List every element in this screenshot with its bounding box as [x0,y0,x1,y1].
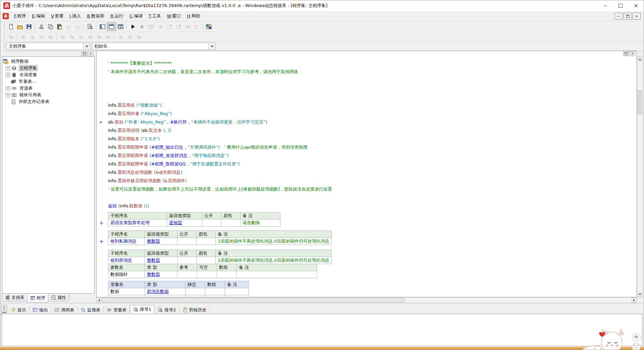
menu-E[interactable]: E.编辑 [29,12,48,20]
table-cell[interactable]: 群消息数据 [145,288,185,295]
tab-搜寻1[interactable]: 搜寻1 [130,305,155,313]
horizontal-scroll-thumb[interactable] [102,298,405,302]
code-line[interactable] [97,76,637,84]
code-line[interactable]: info.置应用名 (“猜数游戏”) [97,101,637,109]
table-cell[interactable] [202,219,221,227]
tree-item-全局变量[interactable]: +全局变量 [5,71,94,78]
method-dropdown-button[interactable] [209,43,215,49]
split-left-button[interactable] [98,22,107,31]
code-line[interactable]: ' 这里可以设置处理函数，如果你用不上可以不用设置，比如我用不上[将被卸载处理函… [97,185,637,193]
table-cell[interactable]: 收到私聊消息 [108,238,145,245]
cut-button[interactable] [37,22,46,31]
table-cell[interactable] [221,219,240,227]
tree-item-资源表[interactable]: +资源表 [5,85,94,92]
editor-close-button[interactable]: × [630,51,635,56]
table-cell[interactable]: 请勿删除 [240,219,280,227]
code-line[interactable] [97,84,637,93]
pane-dock-button[interactable] [82,51,87,56]
menu-H[interactable]: H.帮助 [184,12,203,20]
new-button[interactable] [6,22,15,31]
table-cell[interactable]: 收到群消息 [108,257,145,264]
expand-plus-icon[interactable]: + [6,73,10,77]
menu-W[interactable]: W.窗口 [164,12,184,20]
table-cell[interactable] [237,271,317,278]
tab-剪辑历史[interactable]: 剪辑历史 [179,306,210,313]
tree-item-root[interactable]: 程序数据 [3,58,94,65]
run-button[interactable] [128,22,138,31]
scroll-up-button[interactable] [637,57,642,62]
code-editor[interactable]: ' ********【重要提示】********' 本插件开源并不代表允许二次转… [96,51,637,297]
tab-支持库[interactable]: 支持库 [2,294,28,301]
find-button[interactable] [86,22,95,31]
search-results-area[interactable]: 中 [2,314,642,346]
code-line[interactable]: ' 本插件开源并不代表允许二次转载，甚至是二次发布，本源码仅供学习与参考，请勿用… [97,67,637,76]
method-select[interactable]: 初始化 [92,43,215,50]
vertical-scroll-thumb[interactable] [638,90,642,114]
table-cell[interactable]: 整数型 [145,238,177,245]
table-cell[interactable]: 整数型 [145,257,177,264]
table-cell[interactable]: 逻辑型 [167,219,202,227]
menu-C[interactable]: C.编译 [126,12,146,20]
expand-plus-icon[interactable]: + [6,66,10,70]
code-line[interactable]: ' ********【重要提示】******** [97,59,637,67]
tab-搜寻2[interactable]: 搜寻2 [155,306,179,313]
code-line[interactable]: »sb.添加 (“作者: Abyss_Reg”，#换行符，“本插件不会提供更新，… [97,118,637,126]
code-line[interactable] [97,193,637,202]
menu-B[interactable]: B.数据库 [84,12,107,20]
paste-button[interactable] [55,22,64,31]
tree-item-外部文件记录表[interactable]: 外部文件记录表 [5,98,94,105]
assembly-dropdown-button[interactable] [84,43,90,49]
mdi-close-button[interactable]: × [633,13,641,19]
tree-item-主程序集[interactable]: +主程序集 [5,65,94,71]
scroll-down-button[interactable] [637,292,642,297]
close-button[interactable]: × [628,0,644,11]
menu-F[interactable]: F.程序 [11,12,29,20]
scroll-left-button[interactable] [97,298,102,303]
tab-调用表[interactable]: 调用表 [51,306,77,313]
menu-T[interactable]: T.工具 [146,12,164,20]
expand-plus-icon[interactable]: + [99,220,104,226]
mdi-restore-button[interactable] [624,13,632,19]
table-cell[interactable]: 易语言类型异常处理 [108,219,167,227]
tab-输出[interactable]: 输出 [30,306,51,313]
support-library-button[interactable] [204,22,213,31]
tree-item-常量表[interactable]: 常量表... [5,78,94,85]
cat-face-badge[interactable] [632,343,641,350]
dock-close-button[interactable]: × [1,305,7,310]
maximize-button[interactable] [613,0,628,11]
minimize-button[interactable] [597,0,613,11]
vertical-scrollbar[interactable] [637,56,643,297]
table-cell[interactable] [177,271,197,278]
expand-plus-icon[interactable]: + [6,93,10,97]
code-line[interactable]: info.置应用作者 (“Abyss_Reg”) [97,109,637,118]
scroll-right-button[interactable] [632,298,637,303]
table-cell[interactable] [197,257,216,264]
pane-close-button[interactable]: × [88,51,94,56]
expand-plus-icon[interactable]: + [6,86,10,91]
tab-属性[interactable]: 属性 [48,294,69,301]
code-line[interactable]: info.置应用版本 (“1.0.0”) [97,135,637,143]
mdi-minimize-button[interactable] [614,13,623,19]
code-line[interactable] [97,93,637,101]
split-grid-button[interactable] [116,22,125,31]
open-button[interactable] [15,22,24,31]
table-cell[interactable]: 1后面的插件不再处理此消息,0后面的插件仍可处理此消息 [216,238,332,245]
code-line[interactable]: info.置插件被启用处理函数 (&启用插件) [97,177,637,185]
code-line[interactable]: info.置应用权限申请 (#权限_取框架QQ，“用于生成配置文件目录”) [97,160,637,168]
expand-plus-icon[interactable]: + [99,239,104,245]
table-cell[interactable] [217,271,237,278]
split-top-button[interactable] [107,22,116,31]
tab-变量表[interactable]: 变量表 [104,306,130,313]
save-button[interactable] [24,22,34,31]
editor-dock-button[interactable] [623,51,629,56]
menu-V[interactable]: V.查看 [48,12,66,20]
tab-监视表[interactable]: 监视表 [77,306,104,313]
table-cell[interactable] [225,288,249,295]
table-cell[interactable]: 数据 [108,288,145,295]
table-cell[interactable] [205,288,225,295]
menu-R[interactable]: R.运行 [107,12,126,20]
assembly-select[interactable]: 主程序集 [6,43,90,50]
tree-item-模块引用表[interactable]: +模块引用表 [5,92,94,98]
code-line[interactable]: info.置应用说明 (sb.取文本 (, )) [97,126,637,135]
table-cell[interactable]: 1后面的插件不再处理此消息,0后面的插件仍可处理此消息 [216,257,332,264]
